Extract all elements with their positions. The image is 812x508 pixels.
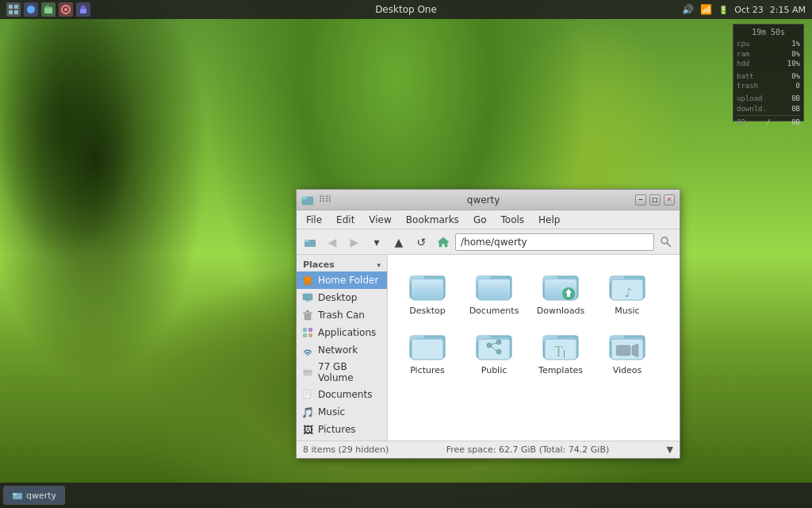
file-item-public[interactable]: Public [462,322,526,379]
taskbar-bottom: qwerty [0,483,812,508]
menu-edit[interactable]: Edit [330,213,361,227]
app-icon-3[interactable] [41,2,56,17]
folder-icon-public [475,325,513,364]
sidebar-item-applications[interactable]: Applications [297,324,387,341]
sidebar-item-volume[interactable]: 77 GB Volume [297,359,387,386]
svg-rect-46 [478,279,510,300]
file-label-videos: Videos [613,365,642,375]
svg-rect-21 [304,313,311,320]
sidebar-item-trash[interactable]: Trash Can [297,306,387,324]
menu-view[interactable]: View [362,213,397,227]
menu-file[interactable]: File [300,213,328,227]
svg-marker-15 [438,237,449,247]
toolbar-up-btn[interactable]: ▲ [389,232,409,252]
desktop-icon [301,291,314,304]
file-item-pictures[interactable]: Pictures [396,322,459,379]
file-item-templates[interactable]: T Templates [529,322,592,379]
fm-addressbar[interactable]: /home/qwerty [455,233,654,251]
svg-rect-30 [304,371,312,372]
file-item-documents[interactable]: Documents [462,263,526,319]
download-label: downld. [737,104,767,114]
app-icon-1[interactable] [6,2,21,17]
sidebar-item-documents[interactable]: Documents [297,386,387,403]
sidebar-label-volume: 77 GB Volume [318,361,382,383]
svg-rect-14 [304,240,309,242]
folder-icon-templates: T [542,325,580,364]
svg-rect-5 [44,7,52,13]
svg-rect-26 [303,333,307,337]
taskbar-window-label: qwerty [26,491,56,501]
folder-taskbar-icon [12,490,23,501]
network-icon [301,344,314,356]
svg-rect-79 [13,493,17,495]
menu-bookmarks[interactable]: Bookmarks [400,213,465,227]
file-label-music: Music [615,306,639,316]
sidebar-item-network[interactable]: Network [297,341,387,359]
taskbar-window-qwerty[interactable]: qwerty [3,486,65,505]
ram-label: ram [737,49,749,60]
trash-label: trash [737,81,758,91]
trash-val: 0 [796,81,800,91]
toolbar-dropdown-btn[interactable]: ▾ [366,232,387,252]
batt-label: batt [737,71,754,82]
app-icon-4[interactable] [59,2,73,17]
svg-rect-1 [14,5,18,9]
svg-point-28 [307,354,308,356]
svg-rect-22 [303,312,312,314]
svg-rect-3 [14,10,18,14]
svg-rect-19 [303,294,312,300]
svg-rect-31 [304,390,310,398]
desktop: Desktop One 🔊 📶 🔋 Oct 23 2:15 AM 19m 50s… [0,0,812,508]
music-icon: 🎵 [301,406,314,418]
toolbar-folder-icon [300,232,320,252]
svg-text:T: T [554,344,563,360]
toolbar-home-btn[interactable] [433,232,454,252]
svg-rect-10 [82,6,85,10]
trash-icon [301,309,314,321]
fm-files: Desktop [388,255,680,441]
toolbar-search-btn[interactable] [656,232,676,252]
home-icon [301,274,314,287]
app-icon-2[interactable] [24,2,38,17]
system-monitor: 19m 50s cpu 1% ram 8% hdd 10% batt 0% tr… [733,24,804,121]
file-label-templates: Templates [538,365,583,375]
app-icon-5[interactable] [76,2,90,17]
sidebar-item-desktop[interactable]: Desktop [297,289,387,306]
hdd-val: 10% [787,59,800,69]
file-item-music[interactable]: ♪ Music [596,263,659,319]
file-label-public: Public [481,365,508,375]
toolbar-back-btn[interactable]: ◀ [322,232,343,252]
sidebar-label-documents: Documents [318,389,372,400]
menu-help[interactable]: Help [532,213,566,227]
sidebar-label-applications: Applications [318,327,376,338]
svg-point-65 [496,349,501,354]
file-item-videos[interactable]: Videos [596,322,659,379]
wifi-icon: 📶 [700,4,712,15]
fm-titlebar-dots: ⠿⠿ [319,194,331,205]
fm-maximize-btn[interactable]: □ [649,194,661,206]
time-display: 2:15 AM [770,5,806,15]
toolbar-forward-btn[interactable]: ▶ [344,232,365,252]
sidebar-item-home[interactable]: Home Folder [297,271,387,289]
fm-title: qwerty [335,194,632,206]
svg-point-16 [661,237,668,244]
documents-sidebar-icon [301,388,314,401]
fm-minimize-btn[interactable]: ─ [635,194,646,206]
sidebar-item-music[interactable]: 🎵 Music [297,403,387,421]
file-item-downloads[interactable]: Downloads [529,263,592,319]
file-label-documents: Documents [469,306,519,316]
filemanager-window: ⠿⠿ qwerty ─ □ ✕ File Edit View Bookmarks… [296,189,680,459]
menu-go[interactable]: Go [467,213,493,227]
sidebar-item-pictures[interactable]: 🖼 Pictures [297,421,387,438]
svg-rect-72 [564,350,565,358]
svg-rect-59 [412,339,443,360]
fm-content: Places ▾ Home Folder Desktop [297,255,680,441]
volume-icon[interactable]: 🔊 [682,4,694,15]
file-item-desktop[interactable]: Desktop [396,263,459,319]
sysmon-timer: 19m 50s [737,28,800,37]
toolbar-reload-btn[interactable]: ↺ [411,232,431,252]
ram-val: 8% [791,49,800,60]
menu-tools[interactable]: Tools [495,213,531,227]
fm-close-btn[interactable]: ✕ [664,194,675,206]
taskbar-top: Desktop One 🔊 📶 🔋 Oct 23 2:15 AM [0,0,812,19]
